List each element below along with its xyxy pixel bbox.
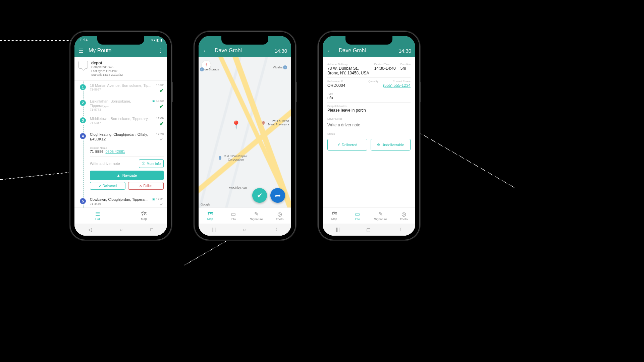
nav-back-icon[interactable]: ◁	[88, 227, 92, 232]
type-label: Type	[327, 92, 411, 95]
map-poi: •ce Storage	[200, 67, 219, 71]
depot-started: Started: 14:16 29/10/22	[91, 73, 123, 77]
status-bar: 11:14 ▾ ▴ ◧ ▮	[74, 36, 167, 44]
phone-link[interactable]: (555) 555-1234	[383, 83, 411, 88]
check-icon: ✔	[337, 142, 340, 147]
signature-icon: ✎	[378, 211, 383, 217]
tab-signature[interactable]: ✎Signature	[369, 208, 392, 224]
stop-time: 17:20	[156, 132, 164, 136]
phone-label: Contact Phone	[383, 80, 411, 83]
confirm-fab[interactable]: ✔	[252, 188, 267, 203]
back-icon[interactable]: ←	[203, 47, 209, 55]
desired-label: Desired Time	[374, 63, 396, 66]
nav-back-icon[interactable]: 〈	[397, 227, 402, 233]
map-icon: 🗺	[208, 211, 213, 217]
ref-value: ORD0004	[327, 83, 364, 88]
tab-photo[interactable]: ◎Photo	[268, 208, 291, 224]
stop-time: 17:09	[156, 117, 164, 120]
stop-row[interactable]: 3 Middletown, Borrisokane, Tipperary,...…	[79, 114, 167, 130]
tab-info[interactable]: ▭Info	[222, 208, 245, 224]
camera-icon: ◎	[401, 211, 406, 217]
despatch-label: Despatch Notes	[327, 105, 411, 108]
overflow-icon[interactable]: ⋮	[158, 48, 163, 54]
navigate-icon: ▲	[117, 173, 120, 177]
more-info-button[interactable]: ⓘ More info	[139, 159, 164, 168]
map-label: McKinley Ave	[229, 186, 247, 189]
list-icon: ☰	[95, 211, 100, 217]
check-icon: ✔	[99, 184, 101, 188]
driver-note-input[interactable]: Write a driver note	[90, 160, 136, 167]
stop-ref: 71-4436	[90, 202, 149, 205]
stop-address: Cloghkeating, Cloughjordan, Offaly, E45D…	[90, 132, 153, 141]
check-icon: ✔	[159, 87, 164, 94]
calendar-icon: ▣	[152, 99, 155, 103]
page-title: Dave Grohl	[339, 48, 393, 54]
page-title: Dave Grohl	[215, 48, 269, 54]
stop-address: Middletown, Borrisokane, Tipperary,...	[90, 117, 153, 121]
phone-route-list: 11:14 ▾ ▴ ◧ ▮ ☰ My Route ⋮ depot Complet…	[70, 32, 171, 240]
bottom-tabs: ☰ List 🗺 Map	[74, 207, 167, 224]
stop-row[interactable]: 2 Liskinlahan, Borrisokane, Tipperary,..…	[79, 97, 167, 114]
tab-signature[interactable]: ✎Signature	[245, 208, 268, 224]
drivernotes-label: Driver Notes	[327, 117, 411, 120]
type-value: n/a	[327, 96, 411, 100]
contact-ref: 71-5586	[90, 149, 103, 154]
tab-photo[interactable]: ◎Photo	[392, 208, 415, 224]
duration-label: Duration	[400, 63, 411, 66]
status-label: Status	[327, 132, 411, 135]
check-icon: ✔	[257, 191, 263, 199]
page-title: My Route	[89, 48, 152, 54]
stop-address: Cowbawn, Cloughjordan, Tipperar...	[90, 197, 149, 202]
tab-info[interactable]: ▭Info	[346, 208, 369, 224]
navigate-button[interactable]: ▲ Navigate	[90, 171, 164, 180]
stop-row-active[interactable]: 4 Cloghkeating, Cloughjordan, Offaly, E4…	[79, 130, 167, 144]
decor-arrow	[0, 40, 77, 41]
android-navbar: ||| ○ 〈	[199, 224, 291, 236]
driver-note-input[interactable]	[327, 121, 411, 129]
undeliverable-button[interactable]: ⊘ Undeliverable	[371, 139, 411, 150]
stop-number: 3	[79, 117, 87, 124]
stop-address: 16 Marian Avenue, Borrisokane, Tip...	[90, 83, 153, 88]
failed-button[interactable]: ✕ Failed	[128, 182, 164, 190]
back-icon[interactable]: ←	[327, 47, 333, 55]
delivered-button[interactable]: ✔ Delivered	[327, 139, 367, 150]
map-canvas[interactable]: ⇡ 📍 •ce Storage Vikisha• •Pat LaFrieda M…	[199, 57, 291, 207]
nav-recent-icon[interactable]: |||	[336, 227, 340, 232]
map-poi: Vikisha•	[273, 65, 287, 69]
app-bar: ☰ My Route ⋮	[74, 44, 167, 57]
nav-home-icon[interactable]: ○	[120, 227, 122, 232]
stop-address: Liskinlahan, Borrisokane, Tipperary,...	[90, 99, 149, 108]
phone-map-view: ← Dave Grohl 14:30 ⇡ 📍 •ce Storage Vikis…	[195, 32, 295, 240]
map-icon: 🗺	[332, 211, 337, 217]
menu-icon[interactable]: ☰	[78, 48, 83, 54]
tab-map[interactable]: 🗺Map	[323, 208, 346, 224]
prohibit-icon: ⊘	[377, 142, 380, 147]
depot-card[interactable]: depot Completed: 3/45 Last sync: 11:14:0…	[74, 57, 167, 81]
stop-number: 1	[79, 83, 87, 91]
map-icon: 🗺	[141, 211, 147, 217]
address-label: Address Delivery	[327, 63, 370, 66]
decor-arrow	[413, 129, 515, 188]
stop-number: 2	[79, 99, 87, 107]
nav-back-icon[interactable]: 〈	[273, 227, 278, 233]
stop-row[interactable]: 5 Cowbawn, Cloughjordan, Tipperar... 71-…	[79, 195, 167, 207]
tab-map[interactable]: 🗺 Map	[121, 208, 167, 224]
delivered-button[interactable]: ✔ Delivered	[90, 182, 125, 190]
nav-home-icon[interactable]: ▢	[366, 227, 371, 232]
contact-phone-link[interactable]: 0505 42881	[106, 149, 125, 154]
nav-home-icon[interactable]: ○	[243, 227, 246, 232]
depot-icon	[78, 61, 88, 69]
nav-recent-icon[interactable]: |||	[212, 227, 216, 232]
stop-number: 4	[79, 132, 87, 140]
stop-ref: 71-5347	[90, 121, 153, 125]
navigate-fab[interactable]: ➦	[270, 188, 285, 203]
despatch-value: Please leave in porch	[327, 108, 411, 113]
calendar-icon: ▣	[152, 197, 155, 201]
nav-recent-icon[interactable]: □	[150, 227, 153, 232]
active-stop-panel: Contact Name 71-5586 0505 42881 Write a …	[90, 144, 167, 192]
tab-map[interactable]: 🗺Map	[199, 208, 222, 224]
tab-list[interactable]: ☰ List	[74, 208, 121, 224]
info-icon: ▭	[355, 211, 360, 217]
signature-icon: ✎	[254, 211, 259, 217]
stop-row[interactable]: 1 16 Marian Avenue, Borrisokane, Tip... …	[79, 81, 167, 97]
